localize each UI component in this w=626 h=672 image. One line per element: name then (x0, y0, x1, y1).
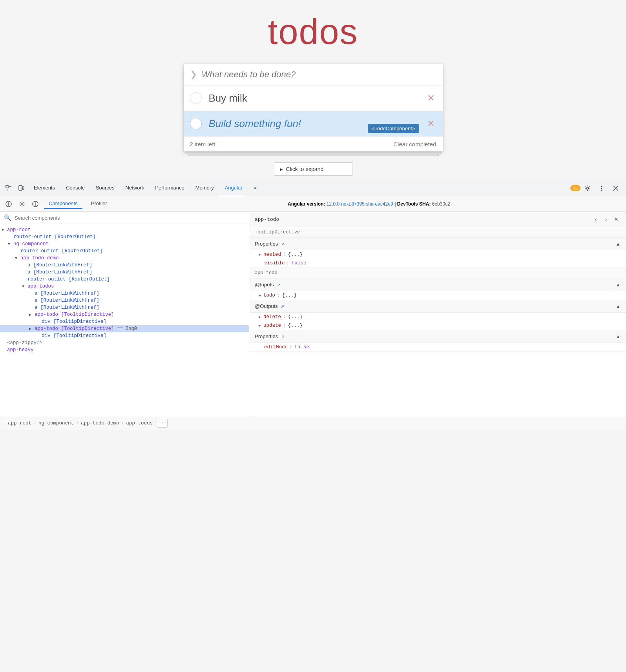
props-section-title-properties-2[interactable]: Properties ↗ ▲ (249, 330, 626, 343)
tab-components[interactable]: Components (44, 199, 82, 209)
props-row-nested: ▶ nested : {...} (249, 250, 626, 259)
tab-sources[interactable]: Sources (90, 180, 120, 197)
props-section-title-properties-1[interactable]: Properties ↗ ▲ (249, 238, 626, 250)
new-todo-input[interactable] (202, 69, 436, 80)
tree-label-a-rl-1: a [RouterLinkWithHref] (27, 262, 92, 268)
tree-item-a-rl-3[interactable]: a [RouterLinkWithHref] (0, 290, 249, 297)
tab-console[interactable]: Console (60, 180, 90, 197)
tab-angular-label: Angular (225, 185, 243, 191)
tree-item-div-tooltip-2[interactable]: div [TooltipDirective] (0, 332, 249, 339)
props-row-delete: ▶ delete : {...} (249, 313, 626, 321)
tab-profiler-label: Profiler (91, 200, 107, 206)
todo-delete-0[interactable]: ✕ (425, 91, 436, 105)
tree-item-app-todo-demo[interactable]: ▼ app-todo-demo (0, 255, 249, 262)
tab-performance[interactable]: Performance (150, 180, 190, 197)
props-val-todo: {...} (282, 293, 297, 298)
tab-network[interactable]: Network (120, 180, 150, 197)
breadcrumb-app-todos[interactable]: app-todos (124, 421, 155, 426)
todo-checkbox-1[interactable] (190, 118, 202, 129)
toggle-a-rl-1 (22, 263, 27, 268)
todo-delete-1[interactable]: ✕ (425, 117, 436, 131)
component-tree-icon[interactable] (4, 199, 13, 209)
angular-version: 12.0.0-next.8+395.sha-eac42e9 (327, 201, 393, 207)
tab-angular[interactable]: Angular (219, 180, 248, 197)
props-key-visible: visible (264, 260, 285, 266)
props-colon-todo: : (277, 293, 280, 298)
tree-item-a-rl-1[interactable]: a [RouterLinkWithHref] (0, 262, 249, 269)
open-in-editor-button[interactable]: ✕ (612, 215, 621, 224)
tree-item-router-outlet-1[interactable]: router-outlet [RouterOutlet] (0, 233, 249, 240)
tree-item-app-todo-2[interactable]: ▶ app-todo [TooltipDirective] == $ng0 (0, 325, 249, 332)
tab-more-label: » (253, 185, 256, 191)
next-component-button[interactable]: › (602, 215, 610, 224)
tree-item-a-rl-5[interactable]: a [RouterLinkWithHref] (0, 304, 249, 311)
props-section-title-outputs[interactable]: @Outputs ↗ ▲ (249, 300, 626, 313)
prev-component-button[interactable]: ‹ (591, 215, 600, 224)
tab-sources-label: Sources (96, 185, 115, 191)
expand-label: Click to expand (286, 166, 324, 172)
svg-rect-1 (19, 186, 22, 190)
props-colon-visible: : (287, 260, 290, 266)
more-options-icon[interactable] (596, 183, 607, 194)
tree-item-router-outlet-2[interactable]: router-outlet [RouterOutlet] (0, 248, 249, 255)
info-icon[interactable] (31, 199, 40, 209)
settings-icon[interactable] (582, 183, 593, 194)
devtools-actions (582, 183, 623, 194)
toggle-all-icon[interactable]: ❯ (190, 69, 197, 80)
collapse-icon-1: ▲ (616, 241, 621, 247)
todo-item: Buy milk ✕ (184, 86, 443, 111)
tab-profiler[interactable]: Profiler (86, 199, 112, 209)
toggle-div-tooltip-2 (36, 334, 42, 338)
tree-item-app-todos[interactable]: ▼ app-todos (0, 283, 249, 290)
angular-panel-header: Components Profiler Angular version: 12.… (0, 196, 626, 212)
tree-label-router-outlet-1: router-outlet [RouterOutlet] (13, 234, 96, 240)
toggle-app-todo-demo: ▼ (15, 256, 20, 260)
settings-panel-icon[interactable] (17, 199, 27, 209)
tree-label-router-outlet-2: router-outlet [RouterOutlet] (20, 248, 103, 254)
tree-item-app-todo-1[interactable]: ▶ app-todo [TooltipDirective] (0, 311, 249, 318)
todo-shadow-2 (188, 154, 439, 156)
tree-label-app-zippy: <app-zippy/> (7, 340, 42, 346)
tree-item-app-zippy[interactable]: <app-zippy/> (0, 339, 249, 346)
angular-panel: Components Profiler Angular version: 12.… (0, 196, 626, 430)
tree-item-app-heavy[interactable]: app-heavy (0, 346, 249, 353)
close-devtools-icon[interactable] (610, 183, 621, 194)
breadcrumb-more-icon: ··· (157, 420, 166, 426)
clear-completed-button[interactable]: Clear completed (393, 141, 436, 148)
toggle-a-rl-3 (29, 291, 35, 296)
breadcrumb-more-button[interactable]: ··· (157, 419, 168, 428)
toggle-div-tooltip-1 (36, 320, 42, 324)
device-toolbar-icon[interactable] (16, 183, 27, 194)
tree-label-router-outlet-3: router-outlet [RouterOutlet] (27, 277, 110, 282)
tab-more[interactable]: » (248, 180, 261, 197)
tree-item-ng-component[interactable]: ▼ ng-component (0, 240, 249, 248)
search-components-input[interactable] (15, 215, 245, 221)
props-nav: ‹ › ✕ (591, 215, 621, 224)
svg-rect-2 (22, 187, 24, 190)
tree-label-a-rl-4: a [RouterLinkWithHref] (35, 298, 99, 303)
todo-checkbox-0[interactable] (190, 92, 202, 104)
props-key-nested: nested (263, 252, 281, 257)
breadcrumb-app-todo-demo[interactable]: app-todo-demo (78, 421, 122, 426)
tree-item-a-rl-2[interactable]: a [RouterLinkWithHref] (0, 269, 249, 276)
svg-point-3 (587, 187, 589, 189)
expand-bar[interactable]: ▶ Click to expand (274, 162, 352, 176)
props-val-update: {...} (288, 323, 303, 328)
props-section-title-inputs[interactable]: @Inputs ↗ ▲ (249, 279, 626, 291)
breadcrumb-ng-component[interactable]: ng-component (36, 421, 76, 426)
props-val-delete: {...} (288, 314, 303, 320)
tree-item-app-root[interactable]: ▼ app-root (0, 226, 249, 233)
props-section-outputs: @Outputs ↗ ▲ ▶ delete : {...} ▶ update :… (249, 300, 626, 330)
tab-memory[interactable]: Memory (190, 180, 219, 197)
expand-arrow-delete: ▶ (259, 315, 261, 319)
tab-elements[interactable]: Elements (28, 180, 60, 197)
version-info: Angular version: 12.0.0-next.8+395.sha-e… (116, 201, 622, 207)
tree-item-a-rl-4[interactable]: a [RouterLinkWithHref] (0, 297, 249, 304)
toggle-ng-component: ▼ (8, 242, 13, 246)
tree-item-div-tooltip-1[interactable]: div [TooltipDirective] (0, 318, 249, 325)
tree-item-router-outlet-3[interactable]: router-outlet [RouterOutlet] (0, 276, 249, 283)
breadcrumb-app-root[interactable]: app-root (5, 421, 34, 426)
props-colon-update: : (283, 323, 286, 328)
tree-label-app-todo-1: app-todo [TooltipDirective] (35, 312, 114, 317)
inspect-element-icon[interactable] (3, 183, 14, 194)
